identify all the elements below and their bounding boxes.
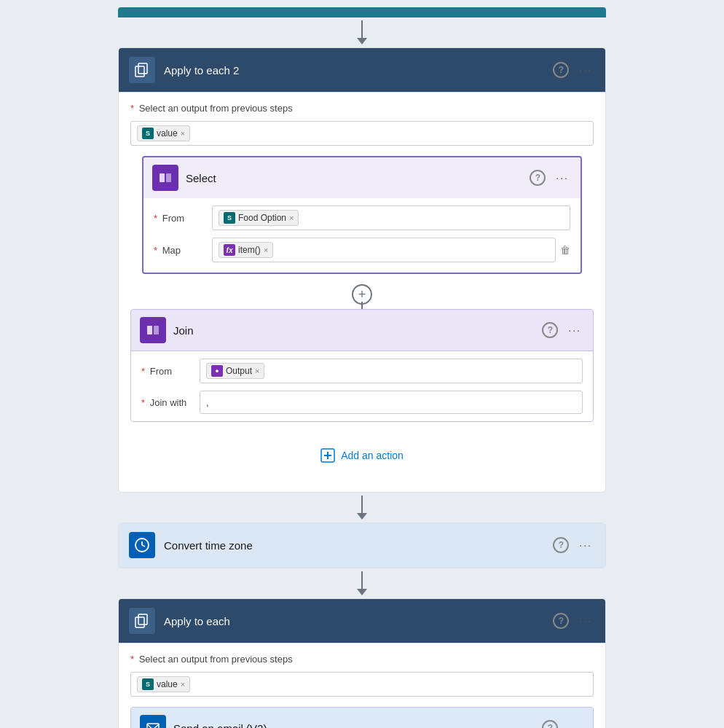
apply-to-each-2-title: Apply to each 2 (164, 64, 553, 77)
ctz-header[interactable]: Convert time zone ? ··· (119, 523, 605, 568)
join-with-field[interactable]: , (200, 391, 583, 414)
apply-select-output-label: * Select an output from previous steps (130, 654, 293, 665)
svg-rect-12 (135, 617, 144, 627)
apply-to-each-header[interactable]: Apply to each ? ··· (119, 599, 605, 643)
join-header[interactable]: Join ? ··· (131, 310, 593, 351)
join-card-actions: ? ··· (542, 322, 584, 338)
from-label: * From (154, 213, 212, 224)
apply-value-tag-close[interactable]: × (181, 681, 185, 689)
loop-icon (134, 62, 150, 78)
svg-rect-2 (160, 173, 165, 182)
join-help-btn[interactable]: ? (542, 322, 558, 338)
apply-to-each-2-more-btn[interactable]: ··· (576, 63, 595, 77)
value-tag: S value × (137, 125, 190, 141)
apply-to-each-2-icon-wrap (129, 57, 155, 83)
join-with-label: * Join with (141, 397, 200, 408)
svg-rect-5 (154, 326, 159, 334)
plus-connector: + (130, 284, 594, 309)
convert-time-zone-card: Convert time zone ? ··· (118, 522, 606, 568)
apply-to-each-2-card: Apply to each 2 ? ··· * Select an output… (118, 47, 606, 493)
join-icon (146, 323, 160, 337)
svg-rect-3 (166, 173, 171, 182)
svg-rect-4 (147, 326, 152, 334)
ctz-actions: ? ··· (553, 537, 595, 553)
apply-to-each-2-actions: ? ··· (553, 62, 595, 78)
connector-arrow-1 (357, 20, 367, 44)
select-output-field[interactable]: S value × (130, 121, 594, 146)
apply-sp-icon: S (142, 678, 154, 690)
join-from-field[interactable]: ● Output × (200, 359, 583, 383)
apply-to-each-more-btn[interactable]: ··· (576, 614, 595, 628)
map-delete-btn[interactable]: 🗑 (560, 244, 570, 256)
ctz-title: Convert time zone (164, 539, 553, 552)
ctz-more-btn[interactable]: ··· (576, 538, 595, 552)
select-inner-header[interactable]: Select ? ··· (143, 157, 581, 198)
item-tag: fx item() × (219, 242, 273, 258)
apply-to-each-2-help-btn[interactable]: ? (553, 62, 569, 78)
apply-to-each-icon-wrap (129, 608, 155, 634)
output-tag-close[interactable]: × (255, 367, 259, 375)
map-label: * Map (154, 245, 212, 256)
join-from-row: * From ● Output × (141, 359, 583, 383)
join-more-btn[interactable]: ··· (565, 323, 584, 337)
join-from-label: * From (141, 366, 200, 377)
select-card-body: * From S Food Option × (143, 198, 581, 273)
send-email-header[interactable]: Send an email (V2) ? ··· (131, 708, 593, 728)
select-icon-wrap (152, 165, 178, 191)
output-icon: ● (211, 365, 223, 377)
join-body: * From ● Output × (131, 351, 593, 421)
send-email-more-btn[interactable]: ··· (565, 721, 584, 728)
apply-to-each-card: Apply to each ? ··· * Select an output f… (118, 598, 606, 728)
select-output-row: * Select an output from previous steps (130, 103, 594, 114)
send-email-actions: ? ··· (542, 720, 584, 728)
apply-value-tag: S value × (137, 676, 190, 692)
sp-icon: S (142, 128, 154, 139)
apply-select-output-field[interactable]: S value × (130, 672, 594, 697)
send-email-card: Send an email (V2) ? ··· * To (130, 707, 594, 728)
select-card-title: Select (186, 172, 530, 184)
add-action-section: Add an action (130, 422, 594, 482)
join-title: Join (173, 324, 542, 337)
send-email-title: Send an email (V2) (173, 722, 542, 729)
svg-rect-13 (138, 614, 147, 625)
select-output-label: * Select an output from previous steps (130, 103, 293, 114)
connector-arrow-3 (357, 571, 367, 595)
food-option-tag-close[interactable]: × (289, 214, 294, 222)
loop-icon-2 (134, 613, 150, 629)
map-field[interactable]: fx item() × (212, 238, 556, 262)
ctz-icon-wrap (129, 532, 155, 558)
value-tag-close[interactable]: × (181, 130, 185, 138)
svg-line-11 (142, 545, 145, 547)
add-action-button[interactable]: Add an action (313, 444, 411, 467)
clock-icon (134, 537, 150, 553)
apply-to-each-help-btn[interactable]: ? (553, 613, 569, 629)
select-inner-card: Select ? ··· * From (142, 156, 582, 274)
from-field[interactable]: S Food Option × (212, 206, 570, 230)
join-card: Join ? ··· * From (130, 309, 594, 422)
select-help-btn[interactable]: ? (530, 170, 546, 186)
apply-to-each-2-body: * Select an output from previous steps S… (119, 93, 605, 492)
item-tag-close[interactable]: × (264, 246, 268, 254)
connector-line-small (361, 302, 363, 309)
top-partial-bar (118, 7, 606, 17)
fx-icon: fx (224, 244, 235, 256)
select-more-btn[interactable]: ··· (553, 171, 572, 185)
apply-to-each-title: Apply to each (164, 615, 553, 627)
join-icon-wrap (140, 317, 166, 343)
apply-to-each-2-header[interactable]: Apply to each 2 ? ··· (119, 48, 605, 93)
join-with-row: * Join with , (141, 391, 583, 414)
add-action-icon (320, 448, 335, 463)
svg-rect-1 (138, 63, 147, 74)
food-option-sp-icon: S (224, 212, 235, 224)
send-email-icon-wrap (140, 715, 166, 728)
select-card-actions: ? ··· (530, 170, 572, 186)
apply-to-each-body: * Select an output from previous steps S… (119, 643, 605, 728)
email-icon (146, 721, 160, 728)
output-tag: ● Output × (206, 363, 264, 379)
connector-arrow-2 (357, 496, 367, 520)
select-icon (158, 171, 173, 185)
ctz-help-btn[interactable]: ? (553, 537, 569, 553)
from-row: * From S Food Option × (154, 206, 570, 230)
apply-select-output-row: * Select an output from previous steps (130, 654, 594, 665)
send-email-help-btn[interactable]: ? (542, 720, 558, 728)
